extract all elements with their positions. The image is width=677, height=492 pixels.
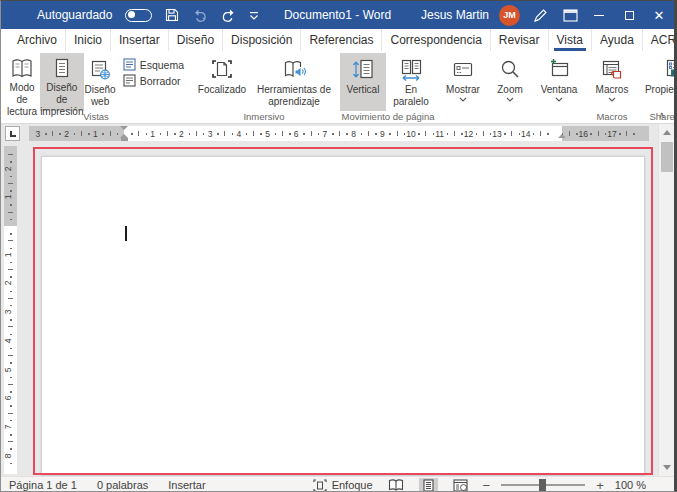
ruler-tick: [8, 441, 13, 442]
web-layout-view-button[interactable]: [449, 478, 472, 492]
minimize-button[interactable]: [584, 1, 614, 29]
tab-selector-button[interactable]: [5, 126, 20, 141]
vertical-button[interactable]: Vertical: [340, 53, 386, 111]
redo-icon[interactable]: [221, 8, 236, 22]
button-label: Focalizado: [198, 84, 246, 96]
tab-vista[interactable]: Vista: [548, 29, 591, 51]
ribbon-display-options-icon[interactable]: [563, 9, 578, 22]
group-mostrar: Mostrar: [440, 51, 486, 123]
document-page[interactable]: [41, 156, 645, 476]
herramientas-aprendizaje-button[interactable]: Herramientas de aprendizaje: [252, 53, 336, 111]
print-layout-view-button[interactable]: [419, 478, 438, 492]
ruler-number: 6: [294, 129, 299, 139]
ruler-dot: [10, 276, 12, 278]
ruler-top-margin: [4, 146, 17, 226]
autosave-toggle[interactable]: [125, 9, 152, 22]
title-bar: Autoguardado Documento1 - Word Jesus Mar…: [1, 1, 674, 29]
zoom-slider-thumb[interactable]: [539, 479, 546, 492]
scroll-down-button[interactable]: [659, 460, 675, 475]
en-paralelo-button[interactable]: En paralelo: [386, 53, 436, 111]
tab-insertar[interactable]: Insertar: [110, 29, 168, 51]
undo-icon: [192, 8, 208, 22]
ruler-tick: [8, 298, 13, 299]
ruler-tick: [8, 413, 13, 414]
button-label: Vertical: [347, 84, 380, 96]
button-label: Esquema: [140, 59, 184, 71]
tab-inicio[interactable]: Inicio: [65, 29, 110, 51]
esquema-button[interactable]: Esquema: [123, 58, 184, 71]
tab-correspondencia[interactable]: Correspondencia: [381, 29, 489, 51]
ruler-dot: [418, 133, 420, 135]
titlebar-right: Jesus Martin JM ✕: [421, 1, 674, 29]
mostrar-button[interactable]: Mostrar: [440, 53, 486, 111]
group-zoom: Zoom: [490, 51, 530, 123]
zoom-out-button[interactable]: −: [483, 478, 491, 492]
hanging-indent-marker[interactable]: [120, 134, 128, 138]
read-mode-view-button[interactable]: [384, 478, 408, 492]
word-count-status[interactable]: 0 palabras: [97, 479, 148, 491]
ruler-dot: [10, 463, 12, 465]
v-ruler-strip[interactable]: 2112345678: [4, 146, 17, 474]
window-icon: [546, 56, 572, 84]
user-name[interactable]: Jesus Martin: [421, 8, 489, 22]
ruler-tick: [110, 131, 111, 136]
page-count-status[interactable]: Página 1 de 1: [9, 479, 77, 491]
group-label-vistas: Vistas: [4, 111, 188, 122]
ruler-tick: [81, 131, 82, 136]
first-line-indent-marker[interactable]: [120, 126, 128, 130]
zoom-level[interactable]: 100 %: [615, 479, 646, 491]
tab-disposición[interactable]: Disposición: [222, 29, 300, 51]
ruler-dot: [10, 233, 12, 235]
ruler-dot: [10, 319, 12, 321]
tab-diseño[interactable]: Diseño: [168, 29, 222, 51]
tab-list: ArchivoInicioInsertarDiseñoDisposiciónRe…: [9, 29, 677, 51]
ruler-dot: [461, 133, 463, 135]
ruler-dot: [10, 405, 12, 407]
left-indent-marker[interactable]: [121, 138, 128, 141]
ruler-number: 14: [521, 129, 530, 139]
insert-mode-status[interactable]: Insertar: [168, 479, 205, 491]
vertical-scrollbar[interactable]: [658, 124, 675, 476]
macros-button[interactable]: Macros: [588, 53, 636, 111]
diseno-de-impresion-button[interactable]: Diseño de impresión: [40, 53, 83, 111]
collapse-ribbon-icon[interactable]: ∧: [658, 110, 665, 120]
ventana-button[interactable]: Ventana: [534, 53, 584, 111]
vistas-small-buttons: Esquema Borrador: [117, 51, 188, 87]
zoom-slider[interactable]: [501, 484, 585, 486]
modo-de-lectura-button[interactable]: Modo de lectura: [4, 53, 40, 111]
maximize-button[interactable]: [614, 1, 644, 29]
close-button[interactable]: ✕: [644, 1, 674, 29]
button-label: Macros: [596, 84, 629, 96]
scroll-up-button[interactable]: [659, 125, 675, 140]
ruler-dot: [10, 248, 12, 250]
ruler-dot: [59, 133, 61, 135]
zoom-in-button[interactable]: +: [596, 478, 604, 492]
zoom-button[interactable]: Zoom: [490, 53, 530, 111]
arrow-down-icon: [663, 465, 671, 470]
tab-archivo[interactable]: Archivo: [9, 29, 65, 51]
h-ruler-strip[interactable]: 32112345678910111213141617: [29, 126, 649, 141]
ruler-tick: [224, 131, 225, 136]
borrador-button[interactable]: Borrador: [123, 74, 184, 87]
ruler-dot: [246, 133, 248, 135]
scrollbar-thumb[interactable]: [661, 142, 673, 172]
group-label-macros: Macros: [588, 111, 636, 122]
propiedades-button[interactable]: S Propiedades: [640, 53, 677, 111]
tab-ayuda[interactable]: Ayuda: [591, 29, 642, 51]
diseno-web-button[interactable]: Diseño web: [84, 53, 117, 111]
ruler-tick: [397, 131, 398, 136]
ruler-tick: [454, 131, 455, 136]
ruler-dot: [260, 133, 262, 135]
pen-mode-icon[interactable]: [532, 8, 549, 23]
customize-toolbar-icon[interactable]: [249, 11, 259, 20]
save-icon[interactable]: [165, 8, 179, 22]
user-avatar[interactable]: JM: [499, 5, 520, 26]
group-vistas: Modo de lectura Diseño de impresión Dise…: [4, 51, 188, 123]
tab-revisar[interactable]: Revisar: [490, 29, 548, 51]
focalizado-button[interactable]: Focalizado: [192, 53, 252, 111]
tab-referencias[interactable]: Referencias: [300, 29, 381, 51]
ruler-dot: [562, 133, 564, 135]
focus-button[interactable]: Enfoque: [313, 479, 373, 492]
ruler-number: 8: [4, 453, 13, 458]
tab-acrobat[interactable]: ACROBAT: [642, 29, 677, 51]
